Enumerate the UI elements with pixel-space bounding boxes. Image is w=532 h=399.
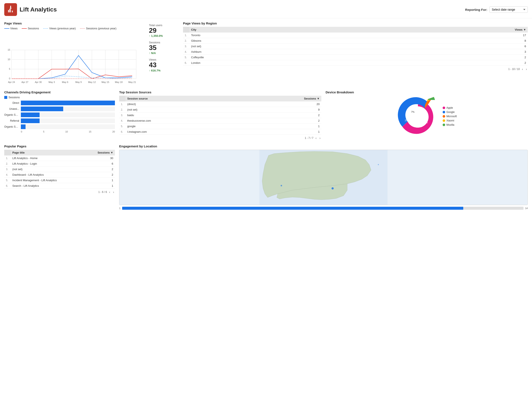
- sessions-pagination: 1 - 7 / 7 ‹ ›: [119, 136, 321, 140]
- views-block: Views 43 ↑ 616.7%: [149, 58, 179, 72]
- svg-text:60.5%: 60.5%: [421, 121, 428, 124]
- svg-text:7%: 7%: [411, 111, 415, 113]
- legend-views-prev-label: Views (previous year): [49, 27, 76, 30]
- map-dot-toronto: [332, 187, 334, 189]
- header: Lift Analytics Reporting For: Select dat…: [0, 0, 532, 18]
- sessions-table: Session source Sessions ▼ 1.(direct)202.…: [119, 96, 321, 135]
- map-bar-label-2: 14: [525, 207, 528, 210]
- bar-label: Organic Search: [4, 113, 19, 116]
- region-pagination: 1 - 10 / 10 ‹ ›: [183, 67, 528, 71]
- region-prev-btn[interactable]: ‹: [521, 67, 524, 71]
- table-row: 3.(not set)2: [4, 167, 115, 172]
- svg-rect-0: [10, 6, 11, 8]
- sessions-value: 35: [149, 44, 179, 51]
- list-item: Direct: [4, 101, 115, 105]
- page-views-section: Page Views Views Sessions Views (previou…: [4, 21, 145, 86]
- table-row: 5.Incident Management - Lift Analytics1: [4, 178, 115, 183]
- region-next-btn[interactable]: ›: [525, 67, 528, 71]
- sessions-next-btn[interactable]: ›: [319, 136, 321, 140]
- table-row: 2.(not set)9: [119, 107, 321, 112]
- list-item: Unassi...: [4, 106, 115, 111]
- sessions-change: ↑ N/A: [149, 51, 179, 55]
- svg-text:10: 10: [8, 58, 10, 61]
- legend-microsoft-label: Microsoft: [446, 115, 457, 118]
- pages-col-sessions[interactable]: Sessions ▼: [85, 150, 115, 156]
- svg-text:May 6: May 6: [62, 81, 68, 83]
- reporting-label: Reporting For:: [465, 8, 487, 12]
- svg-text:May 15: May 15: [101, 81, 109, 83]
- views-label: Views: [149, 58, 179, 61]
- svg-rect-2: [10, 8, 11, 12]
- svg-point-42: [378, 164, 379, 165]
- session-sources-title: Top Session Sources: [119, 90, 321, 94]
- table-row: 1.Lift Analytics - Home30: [4, 156, 115, 161]
- sessions-line: [12, 69, 132, 79]
- pages-page-info: 1 - 6 / 6: [98, 191, 107, 193]
- sessions-page-info: 1 - 7 / 7: [305, 137, 313, 139]
- svg-text:May 9: May 9: [75, 81, 82, 83]
- svg-text:Apr 30: Apr 30: [35, 81, 42, 83]
- pages-next-btn[interactable]: ›: [112, 190, 115, 194]
- svg-rect-3: [8, 10, 9, 12]
- bar-label: Organic Social: [4, 125, 19, 128]
- date-range-select[interactable]: Select date range: [489, 6, 528, 13]
- legend-sessions: Sessions: [22, 27, 39, 30]
- table-row: 1.(direct)20: [119, 101, 321, 107]
- device-section: Device Breakdown: [326, 90, 528, 140]
- legend-sessions-prev: Sessions (previous year): [80, 27, 116, 30]
- channels-legend-label: Sessions: [8, 96, 20, 99]
- list-item: Referral: [4, 118, 115, 123]
- table-row: 3.(not set)6: [183, 44, 528, 49]
- list-item: Organic Search: [4, 112, 115, 117]
- legend-google-label: Google: [446, 111, 455, 114]
- sessions-col-sessions[interactable]: Sessions ▼: [241, 96, 321, 101]
- views-change: ↑ 616.7%: [149, 69, 179, 72]
- bottom-section: Popular Pages Page title Sessions ▼ 1.Li…: [4, 144, 528, 210]
- svg-text:5: 5: [9, 68, 10, 70]
- bar-fill: [21, 106, 63, 111]
- page-views-region-section: Page Views by Region City Views ▼ 1.Toro…: [183, 21, 528, 86]
- bar-track: [21, 112, 115, 117]
- session-sources-section: Top Session Sources Session source Sessi…: [119, 90, 321, 140]
- donut-mozilla: [428, 97, 435, 100]
- legend-mozilla: Mozilla: [443, 123, 457, 126]
- popular-pages-section: Popular Pages Page title Sessions ▼ 1.Li…: [4, 144, 115, 210]
- total-users-label: Total users: [149, 24, 179, 27]
- channels-title: Channels Driving Engagement: [4, 90, 115, 94]
- map-dot-gibsons: [281, 185, 282, 186]
- donut-chart: 7% 25.6% 60.5%: [397, 96, 439, 138]
- svg-text:May 12: May 12: [88, 81, 96, 83]
- map-bar-area: 1 14: [119, 207, 528, 210]
- legend-views-label: Views: [10, 27, 18, 30]
- bar-chart-xaxis: 05101520: [21, 130, 115, 133]
- legend-google: Google: [443, 111, 457, 114]
- region-col-views[interactable]: Views ▼: [366, 27, 528, 32]
- table-row: 1.Toronto17: [183, 32, 528, 38]
- legend-xiaomi: Xiaomi: [443, 119, 457, 122]
- legend-apple: Apple: [443, 106, 457, 109]
- views-line: [12, 56, 132, 79]
- table-row: 5.Coffeyville2: [183, 55, 528, 60]
- svg-text:May 3: May 3: [49, 81, 55, 83]
- sessions-label: Sessions: [149, 41, 179, 44]
- bar-track: [21, 101, 115, 105]
- pages-prev-btn[interactable]: ‹: [108, 190, 111, 194]
- legend-apple-label: Apple: [446, 106, 453, 109]
- sessions-block: Sessions 35 ↑ N/A: [149, 41, 179, 55]
- region-table: City Views ▼ 1.Toronto172.Gibsons83.(not…: [183, 27, 528, 66]
- bar-track: [21, 125, 115, 129]
- region-page-info: 1 - 10 / 10: [508, 68, 520, 71]
- bar-label: Direct: [4, 101, 19, 104]
- main-content: Page Views Views Sessions Views (previou…: [0, 18, 532, 213]
- pages-pagination: 1 - 6 / 6 ‹ ›: [4, 190, 115, 194]
- logo-area: Lift Analytics: [4, 3, 57, 16]
- table-row: 2.Gibsons8: [183, 38, 528, 44]
- legend-views-prev: Views (previous year): [43, 27, 76, 30]
- bar-fill: [21, 112, 40, 117]
- channels-section: Channels Driving Engagement Sessions Dir…: [4, 90, 115, 140]
- bar-track: [21, 106, 115, 111]
- sessions-prev-btn[interactable]: ‹: [315, 136, 317, 140]
- device-title: Device Breakdown: [326, 90, 528, 94]
- total-users-change: ↑ 1,350.0%: [149, 34, 179, 37]
- legend-views: Views: [4, 27, 18, 30]
